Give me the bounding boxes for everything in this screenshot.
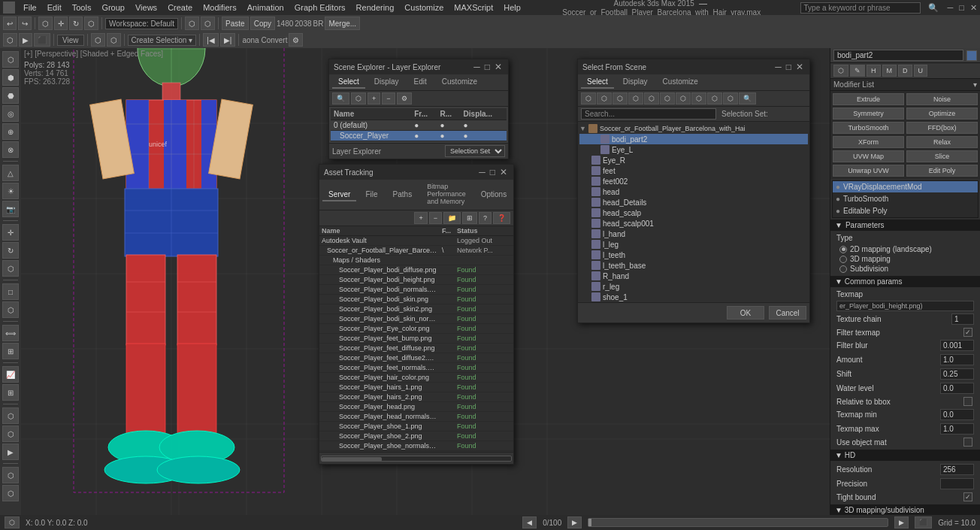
extra-tool1[interactable]: ⬡	[2, 467, 19, 483]
menu-customize[interactable]: Customize	[402, 3, 446, 12]
filter-blur-input[interactable]: 0.001	[940, 340, 974, 351]
tree-root[interactable]: ▼ Soccer_or_Football_Player_Barcelona_wi…	[579, 123, 808, 134]
graph-tool[interactable]: 📈	[2, 366, 19, 383]
material-btn[interactable]: ⬡	[201, 17, 215, 30]
tree-item-head[interactable]: head	[579, 186, 808, 197]
scene-explorer-titlebar[interactable]: Scene Explorer - Layer Explorer ─ □ ✕	[329, 59, 508, 74]
resolution-input[interactable]	[940, 464, 974, 475]
asset-row-bodi-diffuse[interactable]: Soccer_Player_bodi_diffuse.png Found	[319, 265, 513, 275]
asset-row-feet-diffuse2[interactable]: Soccer_Player_feet_diffuse2.png Found	[319, 353, 513, 363]
scene-explorer-close[interactable]: ✕	[493, 62, 504, 72]
asset-row-head-normals[interactable]: Soccer_Player_head_normals.png Found	[319, 412, 513, 422]
menu-animation[interactable]: Animation	[245, 3, 286, 12]
parameters-header[interactable]: ▼ Parameters	[830, 220, 980, 231]
copy-btn[interactable]: Copy	[250, 17, 275, 30]
menu-edit[interactable]: Edit	[45, 3, 64, 12]
material-editor-tool[interactable]: ⬡	[2, 407, 19, 424]
select-scene-titlebar[interactable]: Select From Scene ─ □ ✕	[578, 59, 809, 74]
tree-item-feet[interactable]: feet	[579, 165, 808, 176]
corona-btn[interactable]: ⚙	[289, 33, 303, 47]
tree-item-r-hand[interactable]: R_hand	[579, 271, 808, 281]
sfs-search-btn[interactable]: 🔍	[739, 92, 756, 104]
asset-row-head[interactable]: Soccer_Player_head.png Found	[319, 402, 513, 412]
minimize-btn[interactable]: ─	[948, 3, 954, 12]
menu-modifiers[interactable]: Modifiers	[201, 3, 239, 12]
play-btn-status[interactable]: ▶	[894, 516, 909, 528]
sfs-btn4[interactable]: ⬡	[628, 92, 643, 104]
sfs-tab-customize[interactable]: Customize	[657, 76, 704, 89]
tree-item-eye-l[interactable]: Eye_L	[579, 144, 808, 155]
se-filter-btn[interactable]: ⬡	[351, 92, 366, 104]
tree-item-eye-r[interactable]: Eye_R	[579, 155, 808, 165]
symmetry-btn[interactable]: Symmetry	[833, 108, 904, 120]
use-obj-mat-checkbox[interactable]	[963, 438, 972, 447]
tree-item-l-teeth[interactable]: l_teeth	[579, 250, 808, 260]
uvwmap-btn[interactable]: UVW Map	[833, 150, 904, 162]
common-params-header[interactable]: ▼ Common params	[830, 276, 980, 287]
stop-btn-status[interactable]: ⬛	[915, 516, 932, 528]
time-slider-next[interactable]: ▶	[567, 516, 582, 528]
asset-row-bodi-normals[interactable]: Soccer_Player_bodi_normals.png Found	[319, 285, 513, 295]
select-object-tool[interactable]: ⬡	[2, 301, 19, 318]
se-options-btn[interactable]: ⚙	[397, 92, 412, 104]
hierarchy-panel-btn[interactable]: H	[867, 65, 881, 77]
utilities-tool[interactable]: ⊗	[2, 141, 19, 158]
asset-minimize[interactable]: ─	[477, 167, 487, 177]
se-tab-edit[interactable]: Edit	[408, 76, 433, 89]
unwrapuvw-btn[interactable]: Unwrap UVW	[833, 165, 904, 177]
ok-btn[interactable]: OK	[727, 306, 764, 320]
time-slider[interactable]	[588, 518, 888, 527]
sfs-btn10[interactable]: ⬡	[723, 92, 738, 104]
asset-row-bodi-skin[interactable]: Soccer_Player_bodi_skin.png Found	[319, 295, 513, 304]
asset-row-hair-color[interactable]: Soccer_Player_hair_color.png Found	[319, 373, 513, 383]
asset-row-bodi-skin2[interactable]: Soccer_Player_bodi_skin2.png Found	[319, 304, 513, 314]
object-name-field[interactable]: bodi_part2	[833, 50, 963, 61]
tree-item-r-leg[interactable]: r_leg	[579, 281, 808, 292]
menu-file[interactable]: File	[21, 3, 39, 12]
snap-btn[interactable]: ⬡	[91, 33, 105, 47]
time-slider-prev[interactable]: ◀	[522, 516, 537, 528]
asset-close[interactable]: ✕	[498, 167, 509, 177]
tree-item-feet002[interactable]: feet002	[579, 176, 808, 186]
select-btn[interactable]: ⬡	[38, 17, 53, 30]
asset-question-btn[interactable]: ❓	[493, 212, 510, 224]
mirror-tool[interactable]: ⟺	[2, 325, 19, 341]
asset-row-bodi-height[interactable]: Soccer_Player_bodi_height.png Found	[319, 275, 513, 285]
shapes-tool[interactable]: △	[2, 165, 19, 181]
sfs-btn5[interactable]: ⬡	[644, 92, 659, 104]
slice-btn[interactable]: Slice	[906, 150, 978, 162]
cancel-btn[interactable]: Cancel	[769, 306, 806, 320]
asset-row-feet-diffuse[interactable]: Soccer_Player_feet_diffuse.png Found	[319, 344, 513, 353]
asset-folder-btn[interactable]: 📁	[443, 212, 461, 224]
tree-item-shoe1[interactable]: shoe_1	[579, 292, 808, 302]
asset-tracking-titlebar[interactable]: Asset Tracking ─ □ ✕	[319, 165, 513, 180]
frame-prev[interactable]: |◀	[203, 33, 219, 47]
sfs-btn2[interactable]: ⬡	[597, 92, 612, 104]
status-select-btn[interactable]: ⬡	[5, 516, 20, 528]
select-scene-maximize[interactable]: □	[785, 62, 793, 72]
motion-panel-btn[interactable]: M	[882, 65, 897, 77]
asset-tab-server[interactable]: Server	[322, 189, 356, 201]
asset-tab-file[interactable]: File	[359, 189, 383, 201]
amount-input[interactable]	[940, 354, 974, 365]
se-search-btn[interactable]: 🔍	[332, 92, 349, 104]
maximize-btn[interactable]: □	[959, 3, 964, 12]
sfs-btn9[interactable]: ⬡	[707, 92, 722, 104]
sfs-btn1[interactable]: ⬡	[581, 92, 596, 104]
layer-default-row[interactable]: 0 (default) ● ● ●	[331, 120, 507, 131]
tree-item-l-hand[interactable]: l_hand	[579, 229, 808, 239]
menu-create[interactable]: Create	[165, 3, 195, 12]
menu-help[interactable]: Help	[501, 3, 523, 12]
scale-btn[interactable]: ⬡	[84, 17, 98, 30]
modifier-list-dropdown[interactable]: ▾	[973, 80, 977, 89]
asset-merge-btn[interactable]: ⊞	[462, 212, 477, 224]
asset-tab-options[interactable]: Options	[475, 189, 513, 201]
noise-btn[interactable]: Noise	[906, 93, 978, 105]
asset-scrollthumb[interactable]	[322, 457, 382, 462]
angle-btn[interactable]: ⬡	[107, 33, 121, 47]
modifier-editable-poly[interactable]: ● Editable Poly	[833, 205, 978, 217]
align-tool[interactable]: ⊞	[2, 343, 19, 359]
tree-item-head-scalp[interactable]: head_scalp	[579, 207, 808, 218]
asset-row-shoe1[interactable]: Soccer_Player_shoe_1.png Found	[319, 422, 513, 432]
display-tool[interactable]: ⊕	[2, 123, 19, 140]
